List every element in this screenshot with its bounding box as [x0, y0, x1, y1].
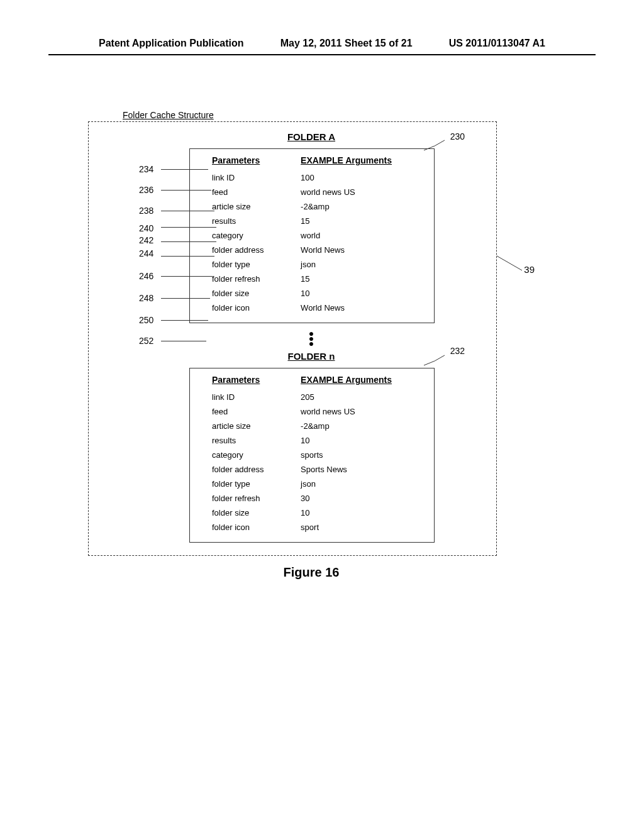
table-row: folder refresh30: [199, 491, 425, 506]
lead-line: [161, 169, 208, 170]
param-cell: folder icon: [199, 301, 301, 315]
col-header-args: EXAMPLE Arguments: [301, 375, 425, 390]
table-row: folder typejson: [199, 257, 425, 272]
table-row: results15: [199, 214, 425, 228]
ref-39: 39: [524, 264, 535, 275]
ref-234: 234: [139, 164, 153, 174]
header-left: Patent Application Publication: [99, 38, 244, 49]
table-row: categorysports: [199, 448, 425, 462]
lead-line: [161, 227, 216, 228]
arg-cell: 10: [301, 433, 425, 448]
param-cell: folder type: [199, 477, 301, 491]
arg-cell: world: [301, 228, 425, 243]
ref-250: 250: [139, 315, 153, 325]
table-row: feedworld news US: [199, 185, 425, 199]
param-cell: folder address: [199, 462, 301, 477]
arg-cell: Sports News: [301, 462, 425, 477]
param-cell: results: [199, 214, 301, 228]
param-cell: feed: [199, 185, 301, 199]
table-row: feedworld news US: [199, 404, 425, 419]
arg-cell: -2&amp: [301, 419, 425, 433]
param-cell: folder size: [199, 286, 301, 301]
folder-a-table: Parameters EXAMPLE Arguments link ID100 …: [199, 155, 425, 315]
ref-248: 248: [139, 293, 153, 303]
page-header: Patent Application Publication May 12, 2…: [48, 38, 596, 55]
ref-242: 242: [139, 235, 153, 245]
ref-230: 230: [450, 131, 465, 141]
param-cell: category: [199, 448, 301, 462]
table-row: folder addressSports News: [199, 462, 425, 477]
folder-n-wrap: FOLDER n 232 Parameters EXAMPLE Argument…: [95, 351, 490, 543]
arg-cell: sport: [301, 520, 425, 534]
lead-curve: [424, 354, 446, 367]
ellipsis-icon: ●●●: [133, 331, 490, 346]
lead-line: [161, 320, 208, 321]
ref-244: 244: [139, 248, 153, 258]
lead-line-outer: [497, 255, 525, 274]
arg-cell: 10: [301, 506, 425, 520]
lead-line: [161, 241, 216, 242]
param-cell: folder size: [199, 506, 301, 520]
arg-cell: world news US: [301, 185, 425, 199]
lead-line: [161, 276, 213, 277]
structure-title: Folder Cache Structure: [123, 110, 497, 120]
arg-cell: 15: [301, 272, 425, 286]
ref-232: 232: [450, 346, 465, 356]
lead-curve: [424, 139, 446, 152]
table-row: link ID205: [199, 390, 425, 404]
arg-cell: sports: [301, 448, 425, 462]
arg-cell: -2&amp: [301, 199, 425, 214]
svg-line-0: [497, 256, 522, 270]
table-row: link ID100: [199, 170, 425, 185]
ref-238: 238: [139, 206, 153, 216]
lead-line: [161, 211, 214, 211]
table-row: folder refresh15: [199, 272, 425, 286]
arg-cell: 100: [301, 170, 425, 185]
param-cell: folder type: [199, 257, 301, 272]
lead-line: [161, 256, 214, 257]
ref-252: 252: [139, 336, 153, 346]
table-row: results10: [199, 433, 425, 448]
arg-cell: json: [301, 477, 425, 491]
lead-line: [161, 298, 210, 299]
arg-cell: 205: [301, 390, 425, 404]
arg-cell: 15: [301, 214, 425, 228]
lead-line: [161, 341, 206, 341]
arg-cell: World News: [301, 301, 425, 315]
ref-246: 246: [139, 271, 153, 281]
param-cell: article size: [199, 199, 301, 214]
arg-cell: 10: [301, 286, 425, 301]
param-cell: article size: [199, 419, 301, 433]
param-cell: link ID: [199, 390, 301, 404]
col-header-params: Parameters: [199, 375, 301, 390]
arg-cell: json: [301, 257, 425, 272]
folder-a-box: Parameters EXAMPLE Arguments link ID100 …: [189, 148, 435, 323]
figure-area: Folder Cache Structure FOLDER A Paramete…: [88, 110, 497, 580]
table-row: folder size10: [199, 506, 425, 520]
header-right: US 2011/0113047 A1: [449, 38, 545, 49]
param-cell: results: [199, 433, 301, 448]
folder-n-table: Parameters EXAMPLE Arguments link ID205 …: [199, 375, 425, 534]
folder-n-box: Parameters EXAMPLE Arguments link ID205 …: [189, 368, 435, 543]
table-row: folder iconWorld News: [199, 301, 425, 315]
table-row: folder addressWorld News: [199, 243, 425, 257]
folder-n-title-text: FOLDER n: [288, 351, 335, 362]
param-cell: folder icon: [199, 520, 301, 534]
figure-caption: Figure 16: [126, 565, 497, 580]
table-row: article size-2&amp: [199, 419, 425, 433]
param-cell: folder refresh: [199, 491, 301, 506]
folder-a-wrap: FOLDER A Parameters EXAMPLE Arguments li…: [95, 131, 490, 323]
param-cell: folder address: [199, 243, 301, 257]
header-center: May 12, 2011 Sheet 15 of 21: [280, 38, 413, 49]
arg-cell: 30: [301, 491, 425, 506]
col-header-params: Parameters: [199, 155, 301, 170]
table-row: folder typejson: [199, 477, 425, 491]
arg-cell: World News: [301, 243, 425, 257]
table-row: folder iconsport: [199, 520, 425, 534]
cache-structure-container: FOLDER A Parameters EXAMPLE Arguments li…: [88, 121, 497, 556]
table-row: article size-2&amp: [199, 199, 425, 214]
param-cell: folder refresh: [199, 272, 301, 286]
arg-cell: world news US: [301, 404, 425, 419]
param-cell: link ID: [199, 170, 301, 185]
ref-240: 240: [139, 223, 153, 233]
